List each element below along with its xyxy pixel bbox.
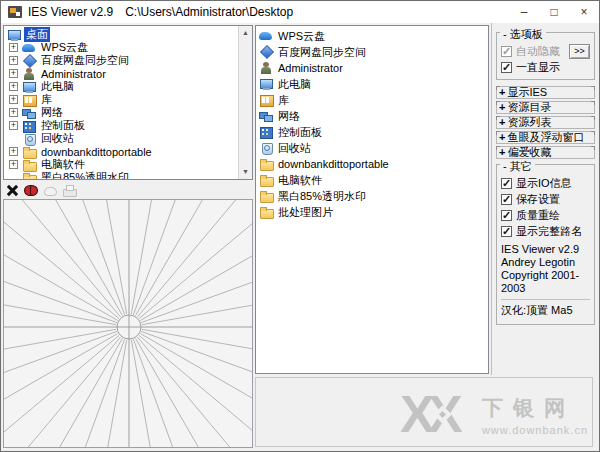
folder-icon [259, 174, 273, 186]
polar-ray [139, 335, 252, 447]
network-icon [259, 110, 273, 122]
other-group: - 其它 显示IO信息保存设置质量重绘显示完整路名 IES Viewer v2.… [496, 164, 595, 325]
polar-ray [4, 200, 121, 317]
expand-toggle[interactable]: + [9, 160, 18, 169]
collapsed-sections: +显示IES+资源目录+资源列表+鱼眼及浮动窗口+偏爱收藏 [495, 86, 596, 159]
tree-scrollbar[interactable]: ▲ ▼ [238, 26, 252, 179]
photometric-view-panel [3, 199, 253, 448]
section-header[interactable]: +鱼眼及浮动窗口 [496, 131, 595, 144]
tree-item-label: Administrator [39, 68, 108, 80]
always-show-checkbox[interactable] [501, 62, 512, 73]
section-header[interactable]: +显示IES [496, 86, 595, 99]
checkbox-row[interactable]: 显示IO信息 [501, 175, 590, 191]
about-text: IES Viewer v2.9Andrey LegotinCopyright 2… [501, 243, 590, 295]
always-show-label: 一直显示 [516, 60, 560, 75]
tree-item[interactable]: +回收站 [6, 132, 252, 145]
list-item-label: Administrator [276, 62, 345, 74]
recycle-icon [22, 133, 36, 145]
checkbox-row[interactable]: 保存设置 [501, 191, 590, 207]
list-item[interactable]: 库 [258, 92, 488, 108]
close-button[interactable]: × [569, 1, 599, 23]
print-icon [62, 183, 77, 197]
expand-toggle[interactable]: + [9, 147, 18, 156]
list-item-label: 批处理图片 [276, 205, 335, 220]
list-item[interactable]: 控制面板 [258, 124, 488, 140]
expand-toggle[interactable]: + [9, 82, 18, 91]
options-group-panel: - 选项板 自动隐藏 >> 一直显示 [496, 32, 595, 80]
list-item[interactable]: WPS云盘 [258, 28, 488, 44]
polar-ray [137, 337, 252, 447]
scroll-up-icon[interactable]: ▲ [239, 26, 252, 40]
folder-icon [22, 159, 36, 171]
always-show-row[interactable]: 一直显示 [501, 59, 590, 75]
checkbox[interactable] [501, 226, 512, 237]
tree-item[interactable]: +百度网盘同步空间 [6, 54, 252, 67]
auto-hide-checkbox[interactable] [501, 46, 512, 57]
section-header[interactable]: +资源目录 [496, 101, 595, 114]
polar-ray [141, 331, 252, 447]
polar-ray [4, 339, 125, 447]
about-line: IES Viewer v2.9 [501, 243, 590, 256]
bottom-strip: XX 下银网 www.downbank.cn [255, 377, 593, 447]
list-item[interactable]: 百度网盘同步空间 [258, 44, 488, 60]
checkbox-label: 质量重绘 [516, 208, 560, 223]
list-item[interactable]: 电脑软件 [258, 172, 488, 188]
checkbox-label: 保存设置 [516, 192, 560, 207]
section-label: 资源目录 [507, 102, 551, 113]
file-list-panel: WPS云盘百度网盘同步空间Administrator此电脑库网络控制面板回收站d… [255, 25, 489, 374]
options-panel: - 选项板 自动隐藏 >> 一直显示 +显示IES+资源目录+资源列表+鱼眼及浮… [491, 23, 599, 375]
folder-tree: 桌面+WPS云盘+百度网盘同步空间+Administrator+此电脑+库+网络… [4, 26, 252, 180]
library-icon [22, 94, 36, 106]
list-item[interactable]: downbankdittoportable [258, 156, 488, 172]
list-item[interactable]: 批处理图片 [258, 204, 488, 220]
tree-item-label: 百度网盘同步空间 [39, 53, 131, 68]
folder-icon [259, 190, 273, 202]
collapse-indicator: + [499, 102, 505, 113]
folder-tree-panel: 桌面+WPS云盘+百度网盘同步空间+Administrator+此电脑+库+网络… [3, 25, 253, 180]
checkbox-row[interactable]: 显示完整路名 [501, 223, 590, 239]
desktop-icon [7, 29, 21, 41]
checkbox[interactable] [501, 194, 512, 205]
list-item[interactable]: Administrator [258, 60, 488, 76]
list-item[interactable]: 网络 [258, 108, 488, 124]
list-item-label: WPS云盘 [276, 29, 327, 44]
polar-plot [4, 200, 252, 447]
checkbox-row[interactable]: 质量重绘 [501, 207, 590, 223]
expand-toggle[interactable]: + [9, 95, 18, 104]
window-controls: – □ × [509, 1, 599, 23]
list-item[interactable]: 此电脑 [258, 76, 488, 92]
collapse-indicator: + [499, 132, 505, 143]
computer-icon [259, 78, 273, 90]
downbank-logo-icon: XX [400, 391, 472, 439]
section-label: 资源列表 [507, 117, 551, 128]
expand-toggle[interactable]: + [9, 56, 18, 65]
polar-ray [142, 329, 252, 396]
list-item[interactable]: 回收站 [258, 140, 488, 156]
collapse-indicator: + [499, 147, 505, 158]
diamond-icon [259, 46, 273, 58]
fit-view-icon[interactable] [5, 183, 20, 197]
section-header[interactable]: +资源列表 [496, 116, 595, 129]
checkbox[interactable] [501, 178, 512, 189]
expand-toggle[interactable]: + [9, 121, 18, 130]
tree-item-label: 黑白85%透明水印 [39, 170, 131, 180]
polar-ray [4, 337, 121, 447]
maximize-button[interactable]: □ [539, 1, 569, 23]
minimize-button[interactable]: – [509, 1, 539, 23]
scroll-down-icon[interactable]: ▼ [239, 165, 252, 179]
tree-item[interactable]: +黑白85%透明水印 [6, 171, 252, 180]
collapse-indicator: + [499, 117, 505, 128]
library-icon [259, 94, 273, 106]
photometric-icon[interactable] [24, 183, 39, 197]
checkbox[interactable] [501, 210, 512, 221]
auto-hide-row[interactable]: 自动隐藏 >> [501, 43, 590, 59]
polar-ray [4, 200, 117, 323]
expand-toggle[interactable]: + [9, 108, 18, 117]
expand-toggle[interactable]: + [9, 43, 18, 52]
section-header[interactable]: +偏爱收藏 [496, 146, 595, 159]
expand-panel-button[interactable]: >> [569, 44, 590, 59]
title-bar: IES Viewer v2.9 C:\Users\Administrator\D… [1, 1, 599, 23]
app-icon [8, 6, 22, 18]
expand-toggle[interactable]: + [9, 69, 18, 78]
list-item[interactable]: 黑白85%透明水印 [258, 188, 488, 204]
